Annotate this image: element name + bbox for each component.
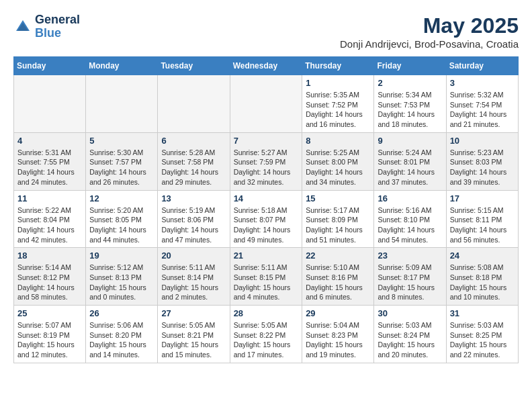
page-header: General Blue May 2025 Donji Andrijevci, … — [13, 13, 519, 50]
day-number: 23 — [378, 250, 442, 261]
week-row-2: 4Sunrise: 5:31 AM Sunset: 7:55 PM Daylig… — [14, 132, 519, 190]
day-info: Sunrise: 5:25 AM Sunset: 8:00 PM Dayligh… — [306, 148, 370, 187]
day-info: Sunrise: 5:24 AM Sunset: 8:01 PM Dayligh… — [378, 148, 442, 187]
calendar-cell: 20Sunrise: 5:11 AM Sunset: 8:14 PM Dayli… — [158, 248, 230, 306]
day-number: 9 — [378, 136, 442, 146]
calendar-cell — [14, 75, 86, 133]
calendar-cell: 26Sunrise: 5:06 AM Sunset: 8:20 PM Dayli… — [86, 306, 158, 363]
header-wednesday: Wednesday — [230, 57, 302, 75]
day-number: 24 — [450, 250, 515, 261]
day-info: Sunrise: 5:20 AM Sunset: 8:05 PM Dayligh… — [89, 205, 154, 245]
day-info: Sunrise: 5:19 AM Sunset: 8:06 PM Dayligh… — [161, 205, 226, 245]
day-number: 25 — [17, 308, 82, 318]
header-sunday: Sunday — [14, 57, 86, 75]
calendar-cell: 30Sunrise: 5:03 AM Sunset: 8:24 PM Dayli… — [374, 306, 446, 363]
day-info: Sunrise: 5:17 AM Sunset: 8:09 PM Dayligh… — [306, 205, 370, 245]
day-number: 27 — [161, 308, 226, 318]
calendar-cell: 23Sunrise: 5:09 AM Sunset: 8:17 PM Dayli… — [374, 248, 446, 306]
calendar-cell: 12Sunrise: 5:20 AM Sunset: 8:05 PM Dayli… — [86, 190, 158, 248]
day-info: Sunrise: 5:09 AM Sunset: 8:17 PM Dayligh… — [378, 263, 442, 302]
day-info: Sunrise: 5:16 AM Sunset: 8:10 PM Dayligh… — [378, 205, 442, 245]
calendar-cell — [158, 75, 230, 133]
calendar-cell: 19Sunrise: 5:12 AM Sunset: 8:13 PM Dayli… — [86, 248, 158, 306]
day-number: 26 — [89, 308, 154, 318]
calendar-cell: 4Sunrise: 5:31 AM Sunset: 7:55 PM Daylig… — [14, 132, 86, 190]
calendar-cell — [230, 75, 302, 133]
day-number: 3 — [450, 78, 515, 88]
day-number: 15 — [306, 193, 370, 203]
day-info: Sunrise: 5:15 AM Sunset: 8:11 PM Dayligh… — [450, 205, 515, 245]
day-number: 19 — [89, 250, 154, 261]
day-info: Sunrise: 5:03 AM Sunset: 8:25 PM Dayligh… — [450, 320, 515, 360]
header-friday: Friday — [374, 57, 446, 75]
day-info: Sunrise: 5:14 AM Sunset: 8:12 PM Dayligh… — [17, 263, 82, 302]
day-number: 16 — [378, 193, 442, 203]
day-number: 6 — [161, 136, 226, 146]
day-number: 28 — [234, 308, 299, 318]
calendar-cell: 28Sunrise: 5:05 AM Sunset: 8:22 PM Dayli… — [230, 306, 302, 363]
calendar-cell: 5Sunrise: 5:30 AM Sunset: 7:57 PM Daylig… — [86, 132, 158, 190]
calendar-header: SundayMondayTuesdayWednesdayThursdayFrid… — [14, 57, 519, 75]
day-number: 13 — [161, 193, 226, 203]
day-info: Sunrise: 5:30 AM Sunset: 7:57 PM Dayligh… — [89, 148, 154, 187]
calendar-cell: 17Sunrise: 5:15 AM Sunset: 8:11 PM Dayli… — [446, 190, 518, 248]
day-number: 30 — [378, 308, 442, 318]
day-info: Sunrise: 5:03 AM Sunset: 8:24 PM Dayligh… — [378, 320, 442, 360]
day-number: 21 — [234, 250, 299, 261]
calendar-cell: 8Sunrise: 5:25 AM Sunset: 8:00 PM Daylig… — [302, 132, 374, 190]
day-number: 20 — [161, 250, 226, 261]
calendar-cell: 3Sunrise: 5:32 AM Sunset: 7:54 PM Daylig… — [446, 75, 518, 133]
calendar-body: 1Sunrise: 5:35 AM Sunset: 7:52 PM Daylig… — [14, 75, 519, 363]
logo-icon — [13, 17, 32, 36]
week-row-1: 1Sunrise: 5:35 AM Sunset: 7:52 PM Daylig… — [14, 75, 519, 133]
logo-text: General Blue — [35, 13, 80, 40]
day-number: 12 — [89, 193, 154, 203]
calendar-cell: 25Sunrise: 5:07 AM Sunset: 8:19 PM Dayli… — [14, 306, 86, 363]
day-info: Sunrise: 5:06 AM Sunset: 8:20 PM Dayligh… — [89, 320, 154, 360]
location-title: Donji Andrijevci, Brod-Posavina, Croatia — [340, 38, 519, 50]
calendar-cell: 27Sunrise: 5:05 AM Sunset: 8:21 PM Dayli… — [158, 306, 230, 363]
day-number: 8 — [306, 136, 370, 146]
month-title: May 2025 — [340, 13, 519, 38]
day-info: Sunrise: 5:22 AM Sunset: 8:04 PM Dayligh… — [17, 205, 82, 245]
calendar-cell: 10Sunrise: 5:23 AM Sunset: 8:03 PM Dayli… — [446, 132, 518, 190]
calendar-cell: 16Sunrise: 5:16 AM Sunset: 8:10 PM Dayli… — [374, 190, 446, 248]
calendar-cell: 9Sunrise: 5:24 AM Sunset: 8:01 PM Daylig… — [374, 132, 446, 190]
header-thursday: Thursday — [302, 57, 374, 75]
day-info: Sunrise: 5:34 AM Sunset: 7:53 PM Dayligh… — [378, 90, 442, 130]
calendar-cell: 15Sunrise: 5:17 AM Sunset: 8:09 PM Dayli… — [302, 190, 374, 248]
header-monday: Monday — [86, 57, 158, 75]
week-row-5: 25Sunrise: 5:07 AM Sunset: 8:19 PM Dayli… — [14, 306, 519, 363]
day-info: Sunrise: 5:23 AM Sunset: 8:03 PM Dayligh… — [450, 148, 515, 187]
header-row: SundayMondayTuesdayWednesdayThursdayFrid… — [14, 57, 519, 75]
week-row-3: 11Sunrise: 5:22 AM Sunset: 8:04 PM Dayli… — [14, 190, 519, 248]
day-info: Sunrise: 5:11 AM Sunset: 8:15 PM Dayligh… — [234, 263, 299, 302]
day-number: 4 — [17, 136, 82, 146]
calendar-cell: 6Sunrise: 5:28 AM Sunset: 7:58 PM Daylig… — [158, 132, 230, 190]
logo: General Blue — [13, 13, 80, 40]
day-number: 22 — [306, 250, 370, 261]
day-info: Sunrise: 5:35 AM Sunset: 7:52 PM Dayligh… — [306, 90, 370, 130]
day-number: 5 — [89, 136, 154, 146]
day-info: Sunrise: 5:31 AM Sunset: 7:55 PM Dayligh… — [17, 148, 82, 187]
day-info: Sunrise: 5:12 AM Sunset: 8:13 PM Dayligh… — [89, 263, 154, 302]
day-info: Sunrise: 5:27 AM Sunset: 7:59 PM Dayligh… — [234, 148, 299, 187]
calendar-table: SundayMondayTuesdayWednesdayThursdayFrid… — [13, 56, 519, 363]
day-info: Sunrise: 5:10 AM Sunset: 8:16 PM Dayligh… — [306, 263, 370, 302]
day-number: 7 — [234, 136, 299, 146]
day-info: Sunrise: 5:07 AM Sunset: 8:19 PM Dayligh… — [17, 320, 82, 360]
day-info: Sunrise: 5:28 AM Sunset: 7:58 PM Dayligh… — [161, 148, 226, 187]
day-number: 2 — [378, 78, 442, 88]
calendar-cell: 18Sunrise: 5:14 AM Sunset: 8:12 PM Dayli… — [14, 248, 86, 306]
day-number: 17 — [450, 193, 515, 203]
day-number: 18 — [17, 250, 82, 261]
calendar-cell: 2Sunrise: 5:34 AM Sunset: 7:53 PM Daylig… — [374, 75, 446, 133]
day-info: Sunrise: 5:11 AM Sunset: 8:14 PM Dayligh… — [161, 263, 226, 302]
day-number: 29 — [306, 308, 370, 318]
day-number: 10 — [450, 136, 515, 146]
calendar-cell: 13Sunrise: 5:19 AM Sunset: 8:06 PM Dayli… — [158, 190, 230, 248]
calendar-cell: 31Sunrise: 5:03 AM Sunset: 8:25 PM Dayli… — [446, 306, 518, 363]
day-number: 31 — [450, 308, 515, 318]
calendar-cell: 14Sunrise: 5:18 AM Sunset: 8:07 PM Dayli… — [230, 190, 302, 248]
calendar-cell: 11Sunrise: 5:22 AM Sunset: 8:04 PM Dayli… — [14, 190, 86, 248]
